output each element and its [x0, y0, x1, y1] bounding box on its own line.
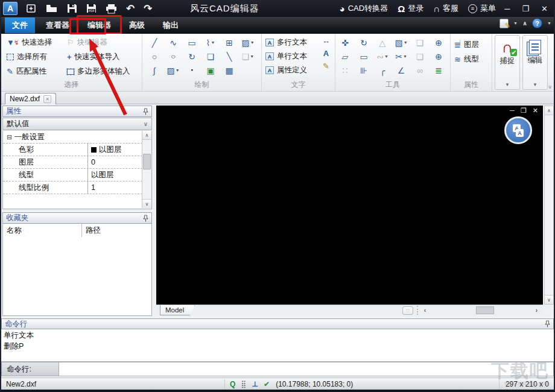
block-ref-tool[interactable]: ❏	[203, 51, 218, 62]
snap-button[interactable]: ∩✔ 捕捉 ▼	[495, 35, 520, 90]
tab-output[interactable]: 输出	[156, 17, 186, 33]
chamfer-tool[interactable]: ∠	[394, 65, 408, 76]
scroll-up-icon[interactable]: ∧	[142, 131, 151, 140]
polyline-tool[interactable]: ⌇▼	[203, 37, 218, 48]
open-file-button[interactable]	[46, 4, 58, 13]
group-tool[interactable]: ∞	[413, 65, 427, 76]
login-button[interactable]: Ω 登录	[398, 3, 423, 14]
spline-tool[interactable]: ∫	[147, 65, 162, 76]
arc-tool[interactable]: ↻	[185, 51, 199, 62]
draft-mode-icon[interactable]: ✔	[264, 381, 270, 388]
menu-button[interactable]: ≡ 菜单	[468, 3, 496, 14]
quick-select-button[interactable]: ▼↯ 快速选择	[5, 36, 54, 49]
snap-dropdown-icon[interactable]: ▼	[505, 82, 510, 87]
link-tool[interactable]: ∾▼	[375, 51, 390, 62]
property-row-layer[interactable]: 图层 0	[3, 156, 151, 169]
hatch-region-tool[interactable]: ▨▼	[241, 37, 255, 48]
preset-dropdown[interactable]: 默认值 ∨	[2, 118, 152, 130]
edit-button[interactable]: 编辑 ▼	[522, 35, 548, 90]
copy-entities-tool[interactable]: ❏▼	[241, 51, 255, 62]
help-dropdown-icon[interactable]: ▼	[547, 21, 551, 25]
fillet-tool[interactable]: ╭	[375, 65, 390, 76]
translate-button[interactable]: A A	[504, 116, 532, 144]
hscroll-left-icon[interactable]: ‹	[420, 307, 430, 314]
object-snap-icon[interactable]: Q	[230, 381, 235, 388]
rectangle-tool[interactable]: ▭	[185, 37, 199, 48]
line-tool[interactable]: ╱	[147, 37, 162, 48]
break-tool[interactable]: ∷	[338, 65, 352, 76]
canvas-restore-icon[interactable]: ❐	[521, 107, 527, 115]
scale-tool[interactable]: ⊪	[357, 65, 371, 76]
tab-file[interactable]: 文件	[5, 17, 35, 33]
minimize-button[interactable]: ─	[504, 4, 510, 13]
scroll-thumb[interactable]	[143, 154, 151, 169]
canvas-vscrollbar[interactable]: ∧ ∨	[544, 106, 554, 305]
boundary-tool[interactable]: ▭	[357, 51, 371, 62]
edit-text-icon-button[interactable]: A	[323, 49, 329, 57]
pin-icon[interactable]	[143, 215, 148, 222]
canvas-minimize-icon[interactable]: ─	[510, 107, 515, 115]
maximize-button[interactable]: ❐	[522, 4, 529, 13]
layer-add-tool[interactable]: ≣	[431, 65, 446, 76]
tab-editor[interactable]: 编辑器	[80, 17, 118, 33]
attribute-define-button[interactable]: A 属性定义	[265, 65, 307, 76]
insert-block-tool[interactable]: ⊞	[222, 37, 236, 48]
paste2-tool[interactable]: ⊕	[431, 51, 446, 62]
vscroll-up-icon[interactable]: ∧	[545, 106, 553, 115]
property-scrollbar[interactable]: ∧ ∨	[142, 131, 151, 208]
collapse-ribbon-icon[interactable]: ∧	[522, 20, 527, 27]
select-all-button[interactable]: 选择所有	[5, 51, 54, 63]
app-logo-icon[interactable]: A	[3, 2, 17, 15]
save-as-pdf-button[interactable]: PDF	[86, 4, 97, 13]
copy-tool[interactable]: ❏	[413, 37, 427, 48]
column-name[interactable]: 名称	[3, 226, 81, 236]
tab-viewer[interactable]: 查看器	[39, 17, 77, 33]
layout-options-button[interactable]: ♡	[402, 306, 413, 315]
layers-button[interactable]: ≣ 图层	[451, 39, 479, 51]
copy2-tool[interactable]: ❏	[413, 51, 427, 62]
ribbon-more-icon[interactable]: ∨	[548, 84, 552, 90]
mtext-button[interactable]: A 多行文本	[265, 37, 307, 48]
properties-panel-header[interactable]: 属性	[2, 106, 152, 117]
linetype-button[interactable]: ≋ 线型	[451, 53, 479, 65]
property-row-ltscale[interactable]: 线型比例 1	[3, 182, 151, 194]
tab-close-icon[interactable]: ✕	[43, 95, 51, 103]
single-text-button[interactable]: A 单行文本	[265, 51, 307, 62]
tab-advanced[interactable]: 高级	[122, 17, 152, 33]
edit-note-icon-button[interactable]: ✎	[323, 62, 329, 70]
table-tool[interactable]: ▦	[222, 65, 236, 76]
undo-button[interactable]: ↶	[126, 4, 135, 14]
canvas-hscrollbar[interactable]: ‹ ›	[420, 306, 541, 315]
point-tool[interactable]: ▪	[185, 65, 199, 76]
command-input[interactable]	[59, 362, 554, 376]
print-button[interactable]	[106, 4, 117, 14]
close-button[interactable]: ✕	[541, 4, 548, 13]
redo-button[interactable]: ↷	[144, 4, 152, 14]
favorites-list[interactable]: 名称 路径	[2, 224, 152, 316]
mirror-tool[interactable]: △	[375, 37, 390, 48]
favorites-panel-header[interactable]: 收藏夹	[2, 212, 152, 224]
grid-icon[interactable]: ⣿	[241, 381, 246, 388]
collapse-group-icon[interactable]: ⊟	[7, 133, 12, 141]
block-editor-button[interactable]: ⚐ 块编辑器	[65, 36, 132, 49]
canvas-close-icon[interactable]: ✕	[533, 107, 538, 115]
annotate-icon[interactable]	[500, 19, 509, 28]
offset-tool[interactable]: ▧▼	[394, 37, 408, 48]
ellipse-tool[interactable]: ○	[166, 51, 180, 62]
array-tool[interactable]: ▱	[338, 51, 352, 62]
quick-entity-import-button[interactable]: + 快速实体导入	[65, 51, 132, 63]
dimension-icon-button[interactable]: ↔	[322, 37, 330, 45]
save-button[interactable]	[67, 4, 77, 13]
property-row-linetype[interactable]: 线型 以图层	[3, 169, 151, 182]
help-icon[interactable]: ?	[532, 18, 542, 28]
trim-tool[interactable]: ✂▼	[394, 51, 408, 62]
revision-line-tool[interactable]: ╲	[222, 51, 236, 62]
rotate-tool[interactable]: ↻	[357, 37, 371, 48]
annotate-dropdown-icon[interactable]: ▼	[513, 21, 518, 25]
property-group-row[interactable]: ⊟ 一般设置	[3, 131, 151, 144]
move-tool[interactable]: ✜	[338, 37, 352, 48]
column-path[interactable]: 路径	[81, 224, 151, 237]
command-panel-header[interactable]: 命令行	[1, 318, 554, 329]
hscroll-thumb[interactable]	[476, 306, 494, 314]
command-history[interactable]: 单行文本 删除P	[1, 329, 554, 362]
